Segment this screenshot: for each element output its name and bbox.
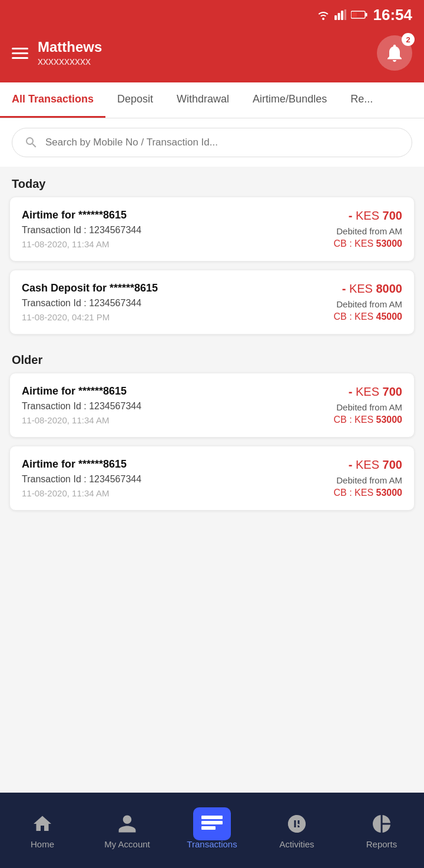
search-container [0,118,424,167]
nav-item-home[interactable]: Home [0,812,85,849]
bottom-nav: Home My Account Transactions [0,793,424,868]
transaction-card[interactable]: Airtime for ******8615 Transaction Id : … [9,197,415,261]
txn-title: Airtime for ******8615 [22,458,327,471]
nav-label-transactions: Transactions [187,839,237,849]
txn-date: 11-08-2020, 11:34 AM [22,488,327,498]
nav-label-home: Home [31,839,54,849]
clock: 16:54 [373,6,413,24]
tab-withdrawal[interactable]: Withdrawal [165,82,241,118]
txn-left: Airtime for ******8615 Transaction Id : … [22,458,327,498]
transaction-card[interactable]: Airtime for ******8615 Transaction Id : … [9,373,415,438]
svg-rect-1 [337,13,340,20]
status-icons [317,9,367,20]
txn-date: 11-08-2020, 11:34 AM [22,239,327,249]
battery-icon [351,10,367,19]
nav-item-activities[interactable]: Activities [254,812,339,849]
status-bar: 16:54 [0,0,424,29]
txn-amount: - KES 700 [333,458,402,472]
svg-rect-8 [201,821,223,824]
svg-rect-0 [334,15,337,20]
account-name: Matthews [38,39,102,55]
hamburger-menu[interactable] [12,48,28,59]
txn-debit: Debited from AM [333,475,402,485]
avatar[interactable]: 2 [377,35,412,71]
tab-all-transactions[interactable]: All Transactions [0,82,105,118]
transactions-icon [200,812,224,836]
txn-balance: CB : KES 53000 [333,415,402,425]
txn-amount: - KES 700 [333,385,402,399]
header: Matthews xxxxxxxxxx 2 [0,29,424,82]
signal-icon [334,9,346,20]
svg-rect-6 [352,12,357,17]
txn-left: Cash Deposit for ******8615 Transaction … [22,282,327,322]
header-right[interactable]: 2 [377,35,412,71]
txn-balance: CB : KES 45000 [333,312,402,322]
notification-badge: 2 [402,33,415,46]
section-label-older: Older [0,343,424,373]
txn-right: - KES 700 Debited from AM CB : KES 53000 [333,209,402,249]
tab-rev[interactable]: Re... [339,82,385,118]
wifi-icon [317,9,330,20]
activities-icon [285,812,309,836]
txn-right: - KES 700 Debited from AM CB : KES 53000 [333,458,402,498]
txn-title: Airtime for ******8615 [22,209,327,221]
txn-id: Transaction Id : 1234567344 [22,225,327,236]
svg-rect-5 [365,13,367,16]
txn-left: Airtime for ******8615 Transaction Id : … [22,385,327,425]
transaction-card[interactable]: Cash Deposit for ******8615 Transaction … [9,270,415,334]
section-label-today: Today [0,167,424,197]
tab-deposit[interactable]: Deposit [105,82,165,118]
txn-debit: Debited from AM [333,402,402,412]
txn-amount: - KES 8000 [333,282,402,296]
search-box[interactable] [12,128,412,157]
txn-date: 11-08-2020, 04:21 PM [22,312,327,322]
home-icon [31,812,54,836]
txn-amount: - KES 700 [333,209,402,223]
txn-date: 11-08-2020, 11:34 AM [22,415,327,425]
txn-title: Cash Deposit for ******8615 [22,282,327,294]
txn-balance: CB : KES 53000 [333,238,402,249]
bell-icon [384,42,405,64]
txn-left: Airtime for ******8615 Transaction Id : … [22,209,327,249]
transaction-card[interactable]: Airtime for ******8615 Transaction Id : … [9,446,415,511]
content-area: Today Airtime for ******8615 Transaction… [0,167,424,594]
header-left: Matthews xxxxxxxxxx [12,39,102,68]
txn-id: Transaction Id : 1234567344 [22,298,327,309]
search-input[interactable] [45,137,400,148]
svg-rect-3 [344,9,346,20]
nav-label-activities: Activities [279,839,314,849]
tab-airtime-bundles[interactable]: Airtime/Bundles [241,82,339,118]
txn-right: - KES 8000 Debited from AM CB : KES 4500… [333,282,402,322]
txn-balance: CB : KES 53000 [333,488,402,498]
txn-debit: Debited from AM [333,226,402,236]
svg-rect-2 [341,11,343,20]
search-icon [24,135,38,150]
txn-title: Airtime for ******8615 [22,385,327,397]
reports-icon [370,812,393,836]
nav-item-transactions[interactable]: Transactions [170,812,254,849]
transaction-tabs: All Transactions Deposit Withdrawal Airt… [0,82,424,118]
txn-right: - KES 700 Debited from AM CB : KES 53000 [333,385,402,425]
nav-item-reports[interactable]: Reports [339,812,424,849]
nav-label-reports: Reports [366,839,398,849]
txn-id: Transaction Id : 1234567344 [22,474,327,485]
account-info: Matthews xxxxxxxxxx [38,39,102,68]
txn-debit: Debited from AM [333,299,402,309]
nav-item-myaccount[interactable]: My Account [85,812,170,849]
svg-rect-7 [201,816,223,819]
account-icon [115,812,139,836]
account-number: xxxxxxxxxx [38,55,102,68]
svg-rect-9 [201,826,216,830]
txn-id: Transaction Id : 1234567344 [22,401,327,412]
nav-label-myaccount: My Account [104,839,150,849]
